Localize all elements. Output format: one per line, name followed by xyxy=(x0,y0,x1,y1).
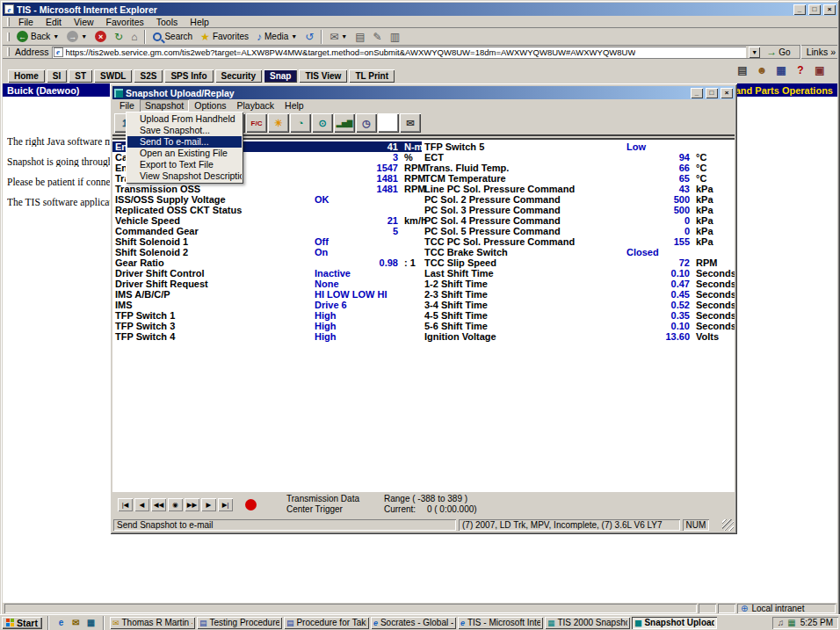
home-button[interactable]: ⌂ xyxy=(127,29,141,45)
snapshot-close-button[interactable]: × xyxy=(721,88,733,98)
grid-row[interactable]: Last Shift Time0.10Seconds xyxy=(422,268,735,279)
grid-row[interactable]: Driver Shift RequestNone xyxy=(112,279,422,289)
tab-si[interactable]: SI xyxy=(47,69,67,83)
menu-file[interactable]: File xyxy=(12,16,40,28)
tab-tis-view[interactable]: TIS View xyxy=(299,69,347,83)
tab-home[interactable]: Home xyxy=(8,69,45,83)
toolbar-grip[interactable] xyxy=(7,33,10,41)
graph-display-button[interactable]: ▂▅▇ xyxy=(334,113,355,133)
mail-dropdown-arrow[interactable]: ▼ xyxy=(341,33,347,40)
menu-item-open-an-existing-file[interactable]: Open an Existing File xyxy=(127,148,242,159)
taskbar-task[interactable]: eSocrates - Global - Micro... xyxy=(371,617,456,629)
step-back-button[interactable]: ◀ xyxy=(134,498,149,511)
discuss-button[interactable]: ▥ xyxy=(387,29,403,45)
brightness-button[interactable]: ☀ xyxy=(268,113,289,133)
back-dropdown-arrow[interactable]: ▼ xyxy=(53,33,59,40)
tab-security[interactable]: Security xyxy=(215,69,262,83)
blank-display-button[interactable] xyxy=(378,113,399,133)
exit-icon[interactable]: ▣ xyxy=(813,63,827,77)
grid-row[interactable]: Line PC Sol. Pressure Command43kPa xyxy=(422,184,735,194)
snapshot-title-bar[interactable]: Snapshot Upload/Replay _ □ × xyxy=(112,86,735,99)
tab-tl-print[interactable]: TL Print xyxy=(349,69,395,83)
ie-quicklaunch-icon[interactable]: e xyxy=(54,617,68,629)
address-dropdown-button[interactable]: ▼ xyxy=(749,47,760,58)
refresh-button[interactable]: ↻ xyxy=(111,29,127,45)
grid-row[interactable]: TFP Switch 5Low xyxy=(422,141,735,152)
menu-view[interactable]: View xyxy=(68,16,100,28)
grid-row[interactable]: IMS A/B/C/PHI LOW LOW HI xyxy=(112,289,422,300)
network-tray-icon[interactable]: ▦ xyxy=(787,618,795,627)
tab-sps-info[interactable]: SPS Info xyxy=(164,69,213,83)
snapshot-restore-button[interactable]: □ xyxy=(706,88,718,98)
grid-row[interactable]: TCM Temperature65°C xyxy=(422,173,735,184)
help-icon[interactable]: ? xyxy=(793,63,807,77)
mail-button[interactable]: ✉ ▼ xyxy=(326,29,351,45)
grid-row[interactable]: PC Sol. 2 Pressure Command500kPa xyxy=(422,194,735,205)
stop-button[interactable]: ◉ xyxy=(168,498,183,511)
edit-button[interactable]: ✎ xyxy=(370,29,386,45)
grid-row[interactable]: 1-2 Shift Time0.47Seconds xyxy=(422,279,735,289)
snapshot-menu-file[interactable]: File xyxy=(114,99,140,112)
snapshot-menu-snapshot[interactable]: Snapshot xyxy=(140,99,189,112)
search-button[interactable]: Search xyxy=(149,29,196,45)
stop-button[interactable]: × xyxy=(91,29,110,45)
grid-row[interactable]: IMSDrive 6 xyxy=(112,300,422,310)
org-chart-icon[interactable]: ▦ xyxy=(774,63,788,77)
links-chevron[interactable]: » xyxy=(830,47,836,57)
menu-item-upload-from-handheld[interactable]: Upload From Handheld xyxy=(127,113,242,125)
record-button[interactable] xyxy=(245,499,257,511)
grid-row[interactable]: TCC PC Sol. Pressure Command155kPa xyxy=(422,236,735,247)
temp-units-toggle-button[interactable]: F/C xyxy=(246,113,267,133)
menubar-grip[interactable] xyxy=(7,18,10,26)
taskbar-task[interactable]: eTIS - Microsoft Internet ... xyxy=(458,617,543,629)
grid-row[interactable]: 2-3 Shift Time0.45Seconds xyxy=(422,289,735,300)
grid-row[interactable]: TCC Brake SwitchClosed xyxy=(422,247,735,257)
grid-row[interactable]: PC Sol. 3 Pressure Command500kPa xyxy=(422,205,735,215)
restore-button[interactable]: □ xyxy=(808,4,821,15)
taskbar-task[interactable]: ▤Testing Procedures xyxy=(197,617,282,629)
start-button[interactable]: Start xyxy=(2,617,42,629)
grid-row[interactable]: 3-4 Shift Time0.52Seconds xyxy=(422,300,735,310)
grid-row[interactable]: Commanded Gear5 xyxy=(112,226,422,236)
clock[interactable]: 5:25 PM xyxy=(800,618,833,627)
grid-row[interactable]: Gear Ratio0.98: 1 xyxy=(112,257,422,268)
links-label[interactable]: Links xyxy=(807,47,829,57)
media-dropdown-arrow[interactable]: ▼ xyxy=(291,33,297,40)
taskbar-task[interactable]: ▦Snapshot Upload/Re... xyxy=(632,617,717,629)
title-bar[interactable]: e TIS - Microsoft Internet Explorer _ □ … xyxy=(3,3,837,16)
close-button[interactable]: × xyxy=(823,4,836,15)
grid-row[interactable]: Trans. Fluid Temp.66°C xyxy=(422,163,735,173)
grid-row[interactable]: Replicated OSS CKT Status xyxy=(112,205,422,215)
lock-button[interactable]: ⊙ xyxy=(312,113,333,133)
grid-row[interactable]: PC Sol. 5 Pressure Command0kPa xyxy=(422,226,735,236)
grid-row[interactable]: 4-5 Shift Time0.35Seconds xyxy=(422,310,735,321)
favorites-button[interactable]: ★ Favorites xyxy=(197,29,252,45)
taskbar-task[interactable]: ▤Procedure for Taking Sn... xyxy=(284,617,369,629)
tab-swdl[interactable]: SWDL xyxy=(94,69,132,83)
taskbar-task[interactable]: ✉Thomas R Martin - Inbox... xyxy=(110,617,195,629)
grid-row[interactable]: Vehicle Speed21km/h xyxy=(112,215,422,226)
taskbar-task[interactable]: ▦TIS 2000 Snapshot Uplo... xyxy=(545,617,630,629)
history-button[interactable]: ↺ xyxy=(301,29,317,45)
menu-item-export-to-text-file[interactable]: Export to Text File xyxy=(127,159,242,170)
minimize-button[interactable]: _ xyxy=(793,4,806,15)
gauge-display-button[interactable]: ◔ xyxy=(290,113,311,133)
grid-row[interactable]: Shift Solenoid 2On xyxy=(112,247,422,257)
play-reverse-button[interactable]: ◀◀ xyxy=(151,498,166,511)
address-input[interactable]: e https://tis2web.service.gm.com/tis2web… xyxy=(52,47,747,58)
media-button[interactable]: ♪ Media ▼ xyxy=(253,29,301,45)
play-forward-button[interactable]: ▶▶ xyxy=(185,498,199,511)
addressbar-grip[interactable] xyxy=(7,47,10,56)
menu-help[interactable]: Help xyxy=(184,16,215,28)
grid-row[interactable]: ECT94°C xyxy=(422,152,735,163)
grid-row[interactable]: ISS/OSS Supply VoltageOK xyxy=(112,194,422,205)
menu-tools[interactable]: Tools xyxy=(150,16,185,28)
volume-tray-icon[interactable]: ♫ xyxy=(778,618,785,627)
snapshot-clock-button[interactable]: ◷ xyxy=(356,113,377,133)
snapshot-menu-help[interactable]: Help xyxy=(279,99,309,112)
go-to-start-button[interactable]: |◀ xyxy=(118,498,133,511)
menu-edit[interactable]: Edit xyxy=(40,16,68,28)
tab-snap[interactable]: Snap xyxy=(264,69,297,83)
print-button[interactable]: ▤ xyxy=(351,29,368,45)
menu-item-save-snapshot[interactable]: Save Snapshot... xyxy=(127,125,242,136)
